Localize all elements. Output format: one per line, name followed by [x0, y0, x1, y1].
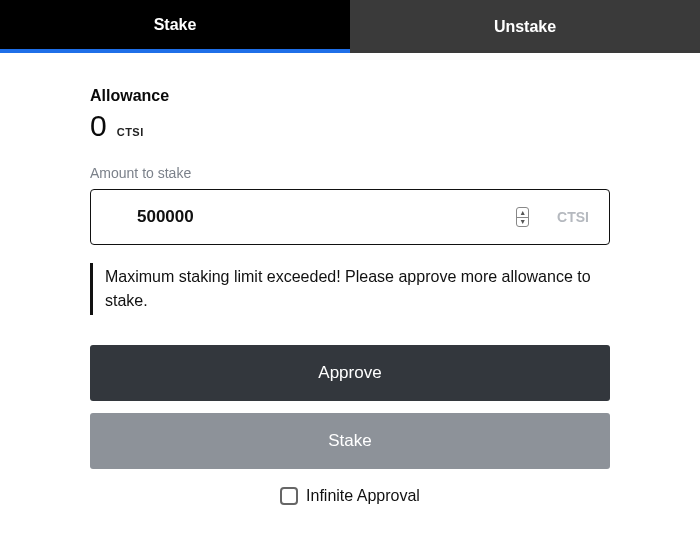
amount-label: Amount to stake	[90, 165, 610, 181]
tabs: Stake Unstake	[0, 0, 700, 53]
amount-unit: CTSI	[557, 209, 589, 225]
allowance-value: 0	[90, 111, 107, 141]
allowance-label: Allowance	[90, 87, 610, 105]
allowance-row: 0 CTSI	[90, 111, 610, 141]
infinite-approval-checkbox[interactable]	[280, 487, 298, 505]
amount-input[interactable]	[91, 190, 516, 244]
amount-stepper[interactable]: ▲ ▼	[516, 207, 529, 227]
stepper-up-icon[interactable]: ▲	[517, 208, 528, 218]
content-panel: Allowance 0 CTSI Amount to stake ▲ ▼ CTS…	[0, 53, 700, 515]
infinite-approval-label: Infinite Approval	[306, 487, 420, 505]
allowance-unit: CTSI	[117, 126, 144, 138]
infinite-approval-row: Infinite Approval	[90, 487, 610, 505]
amount-input-container: ▲ ▼ CTSI	[90, 189, 610, 245]
stake-button[interactable]: Stake	[90, 413, 610, 469]
stepper-down-icon[interactable]: ▼	[517, 218, 528, 227]
tab-unstake[interactable]: Unstake	[350, 0, 700, 53]
tab-stake[interactable]: Stake	[0, 0, 350, 53]
approve-button[interactable]: Approve	[90, 345, 610, 401]
warning-message: Maximum staking limit exceeded! Please a…	[90, 263, 610, 315]
